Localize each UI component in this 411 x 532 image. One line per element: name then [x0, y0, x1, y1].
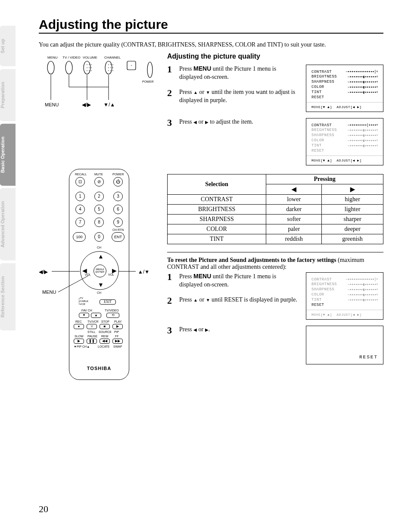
adjustment-table: Selection Pressing ◀ ▶ CONTRASTlowerhigh… [167, 174, 383, 244]
svg-point-6 [65, 61, 72, 74]
svg-point-13 [91, 64, 92, 65]
svg-point-29 [131, 65, 132, 66]
brand-logo: TOSHIBA [69, 366, 129, 371]
reset-step-3-text: Press ◀ or ▶. [179, 326, 298, 335]
osd-screen-reset: RESET [306, 326, 383, 364]
reset-step-2-text: Press ▲ or ▼ until RESET is displayed in… [179, 296, 298, 305]
svg-point-10 [147, 62, 153, 78]
reset-step-1-num: 1 [167, 272, 175, 289]
svg-point-20 [108, 64, 109, 65]
tab-advanced-operation: Advanced Operation [0, 188, 16, 261]
svg-text:TV / VIDEO: TV / VIDEO [62, 56, 81, 59]
col-pressing: Pressing [266, 174, 383, 184]
tab-basic-operation: Basic Operation [0, 124, 16, 186]
side-tabs: Set up Preparation Basic Operation Advan… [0, 26, 16, 333]
page-title: Adjusting the picture [39, 17, 383, 34]
svg-point-15 [89, 67, 90, 68]
up-down-callout: ▲/▼ [138, 269, 149, 275]
intro-text: You can adjust the picture quality (CONT… [39, 41, 383, 48]
tab-preparation: Preparation [0, 69, 16, 121]
left-right-callout: ◀/▶ [39, 269, 48, 275]
page-number: 20 [39, 504, 48, 515]
svg-text:▼/▲: ▼/▲ [103, 102, 115, 108]
svg-text:◀/▶: ◀/▶ [82, 102, 91, 108]
remote-diagram: ◀/▶ ▲/▼ MENU RECALL MUTE POWER ⊡ ⊘ ⏻ 1 2… [39, 169, 155, 384]
svg-point-23 [108, 67, 109, 68]
reset-intro: To reset the Picture and Sound adjustmen… [167, 257, 383, 271]
tv-buttons-diagram: MENU TV / VIDEO VOLUME CHANNEL POWER [39, 53, 155, 117]
svg-point-19 [91, 70, 92, 71]
step-1-num: 1 [167, 65, 175, 81]
svg-point-12 [89, 64, 90, 65]
reset-step-2-num: 2 [167, 296, 175, 305]
reset-step-3-num: 3 [167, 326, 175, 335]
tab-reference-section: Reference Section [0, 263, 16, 330]
menu-callout: MENU [42, 289, 56, 295]
svg-text:CHANNEL: CHANNEL [104, 56, 121, 59]
svg-point-26 [108, 70, 109, 71]
svg-text:VOLUME: VOLUME [83, 56, 97, 59]
step-2-num: 2 [167, 88, 175, 105]
osd-screen-2: CONTRAST−▪▪▪▪▪▪▪▪▪|▪▪▪▪+ BRIGHTNESS−▪▪▪▪… [306, 118, 383, 165]
svg-point-27 [110, 70, 111, 71]
svg-point-14 [87, 67, 87, 68]
svg-point-16 [91, 67, 92, 68]
svg-point-18 [89, 70, 90, 71]
osd-screen-1: CONTRAST−▪▪▪▪▪▪▪▪▪▪▪▪▪▪|+ BRIGHTNESS−▪▪▪… [306, 65, 383, 112]
step-1-text: Press MENU until the Picture 1 menu is d… [179, 65, 298, 81]
step-3-num: 3 [167, 118, 175, 128]
svg-text:MENU: MENU [47, 56, 58, 59]
svg-point-28 [112, 70, 113, 71]
reset-step-1-text: Press MENU until the Picture 1 menu is d… [179, 272, 298, 289]
tab-setup: Set up [0, 26, 16, 66]
svg-point-22 [112, 64, 113, 65]
col-right-icon: ▶ [322, 184, 383, 195]
svg-text:POWER: POWER [142, 80, 153, 83]
svg-point-24 [110, 67, 111, 68]
osd-screen-3: CONTRAST−▪▪▪▪▪▪▪▪▪▪▪▪▪▪|+ BRIGHTNESS−▪▪▪… [306, 272, 383, 320]
svg-point-17 [87, 70, 87, 71]
col-left-icon: ◀ [266, 184, 322, 195]
step-3-text: Press ◀ or ▶ to adjust the item. [179, 118, 298, 128]
svg-point-5 [47, 61, 54, 74]
col-selection: Selection [168, 174, 266, 195]
section-title: Adjusting the picture quality [167, 53, 383, 60]
svg-point-11 [87, 64, 87, 65]
svg-point-21 [110, 64, 111, 65]
step-2-text: Press ▲ or ▼ until the item you want to … [179, 88, 298, 105]
svg-point-25 [112, 67, 113, 68]
svg-text:MENU: MENU [45, 102, 59, 107]
